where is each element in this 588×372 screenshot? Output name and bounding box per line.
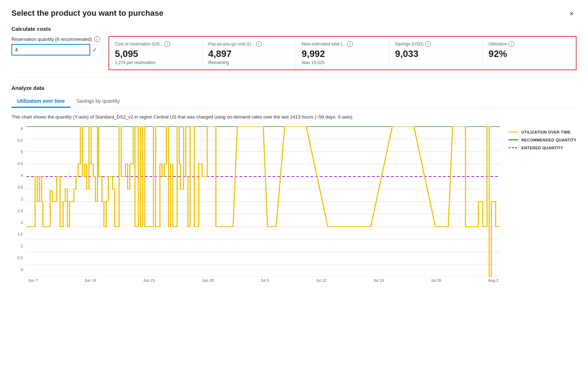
x-label: Jul 12	[316, 278, 326, 282]
metric-item-0: Cost of reservation (US... i 5,095 1,274…	[109, 37, 203, 69]
metric-sub-2: Was 19,025	[302, 60, 383, 65]
legend-line-1	[509, 139, 519, 140]
metrics-panel: Cost of reservation (US... i 5,095 1,274…	[109, 36, 577, 70]
y-label: 1.5	[11, 232, 24, 236]
section-divider	[11, 77, 577, 78]
y-label: 4	[11, 173, 24, 178]
metric-title-1: Pay-as-you-go cost (U... i	[208, 41, 290, 47]
form-row: Reservation quantity (6 recommended) i ✓…	[11, 36, 577, 70]
input-group: Reservation quantity (6 recommended) i ✓	[11, 36, 100, 55]
x-label: Jun 14	[85, 278, 96, 282]
metric-value-0: 5,095	[115, 48, 197, 59]
tab-utilization[interactable]: Utilization over time	[11, 95, 71, 108]
y-label: 5	[11, 150, 24, 154]
legend-item-1: RECOMMENDED QUANTITY	[509, 138, 577, 142]
metric-sub-1: Remaining	[208, 60, 290, 65]
metric-info-icon-1[interactable]: i	[256, 41, 262, 47]
tab-savings[interactable]: Savings by quantity	[71, 95, 125, 108]
x-label: Jun 21	[143, 278, 155, 282]
metric-value-1: 4,897	[208, 48, 290, 59]
legend-item-2: ENTERED QUANTITY	[509, 146, 577, 150]
metric-item-1: Pay-as-you-go cost (U... i 4,897 Remaini…	[203, 37, 296, 69]
quantity-input[interactable]	[11, 44, 90, 55]
quantity-info-icon[interactable]: i	[94, 36, 100, 42]
quantity-label: Reservation quantity (6 recommended) i	[11, 36, 100, 42]
tabs-container: Utilization over timeSavings by quantity	[11, 95, 577, 108]
y-axis: 00.511.522.533.544.555.56	[11, 126, 24, 272]
metric-value-4: 92%	[488, 48, 570, 59]
chart-description: This chart shows the quantity (Y-axis) o…	[11, 113, 577, 121]
metric-info-icon-4[interactable]: i	[509, 41, 514, 47]
chart-svg	[26, 126, 500, 277]
y-label: 3.5	[11, 185, 24, 189]
metric-title-4: Utilization i	[488, 41, 570, 47]
x-label: Aug 2	[488, 278, 498, 282]
y-label: 3	[11, 197, 24, 201]
close-button[interactable]: ×	[567, 9, 577, 19]
metric-sub-0: 1,274 per reservation	[115, 60, 197, 65]
legend-line-0	[509, 131, 519, 132]
legend-label-2: ENTERED QUANTITY	[521, 146, 563, 150]
x-axis: Jun 7Jun 14Jun 21Jun 28Jul 5Jul 12Jul 19…	[26, 278, 500, 282]
metric-title-2: New estimated total (... i	[302, 41, 383, 47]
x-label: Jul 5	[261, 278, 269, 282]
x-label: Jun 7	[28, 278, 38, 282]
metric-item-3: Savings (USD) i 9,033	[389, 37, 483, 69]
y-label: 0	[11, 267, 24, 272]
analyze-section-label: Analyze data	[11, 85, 577, 91]
analyze-section: Analyze data Utilization over timeSaving…	[11, 85, 577, 282]
y-label: 2	[11, 220, 24, 224]
legend-label-1: RECOMMENDED QUANTITY	[521, 138, 577, 142]
legend-label-0: UTILIZATION OVER TIME	[521, 130, 570, 134]
legend-item-0: UTILIZATION OVER TIME	[509, 130, 577, 134]
quantity-input-wrapper: ✓	[11, 44, 100, 55]
metric-item-4: Utilization i 92%	[483, 37, 576, 69]
x-label: Jun 28	[202, 278, 214, 282]
y-label: 6	[11, 126, 24, 131]
calculate-section-label: Calculate costs	[11, 26, 577, 32]
dialog-title: Select the product you want to purchase	[11, 9, 163, 18]
chart-area: 00.511.522.533.544.555.56	[11, 126, 500, 282]
y-label: 2.5	[11, 209, 24, 213]
y-label: 5.5	[11, 138, 24, 142]
check-icon: ✓	[92, 47, 97, 53]
y-label: 4.5	[11, 161, 24, 166]
legend-line-2	[509, 147, 519, 148]
metric-info-icon-2[interactable]: i	[347, 41, 353, 47]
metric-value-3: 9,033	[395, 48, 477, 59]
y-label: 0.5	[11, 256, 24, 260]
x-label: Jul 19	[373, 278, 384, 282]
calculate-section: Calculate costs Reservation quantity (6 …	[11, 26, 577, 70]
chart-inner	[26, 126, 500, 277]
chart-container: 00.511.522.533.544.555.56	[11, 126, 577, 282]
x-label: Jul 26	[431, 278, 441, 282]
metric-value-2: 9,992	[302, 48, 383, 59]
y-label: 1	[11, 244, 24, 248]
metric-title-3: Savings (USD) i	[395, 41, 477, 47]
chart-legend: UTILIZATION OVER TIMERECOMMENDED QUANTIT…	[509, 126, 577, 150]
metric-title-0: Cost of reservation (US... i	[115, 41, 197, 47]
dialog-header: Select the product you want to purchase …	[11, 9, 577, 19]
metric-item-2: New estimated total (... i 9,992 Was 19,…	[296, 37, 389, 69]
metric-info-icon-0[interactable]: i	[164, 41, 170, 47]
metric-info-icon-3[interactable]: i	[425, 41, 431, 47]
